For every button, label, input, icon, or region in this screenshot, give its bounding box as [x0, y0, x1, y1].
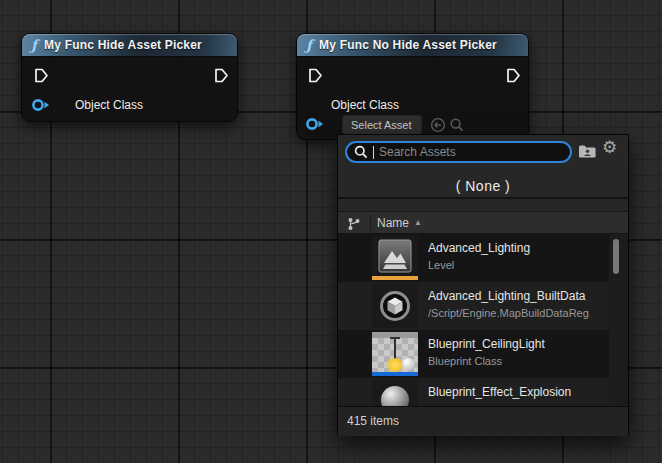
sphere-thumbnail: [372, 380, 418, 406]
blueprint-graph-canvas[interactable]: ƒ My Func Hide Asset Picker Object Class…: [0, 0, 662, 463]
gear-settings-icon[interactable]: ⚙: [602, 139, 617, 156]
object-class-pin-label: Object Class: [75, 98, 143, 112]
asset-picker-footer: 415 items: [338, 406, 628, 436]
level-color-bar: [372, 276, 418, 280]
search-icon: [354, 145, 368, 159]
text-cursor: [373, 146, 374, 159]
exec-output-pin[interactable]: [213, 67, 229, 88]
search-assets-field[interactable]: [345, 141, 572, 163]
search-assets-input[interactable]: [379, 145, 562, 159]
asset-type: /Script/Engine.MapBuildDataReg: [428, 307, 608, 321]
asset-list-header[interactable]: Name ▲: [338, 211, 628, 234]
none-option[interactable]: ( None ): [338, 174, 628, 198]
asset-type: Level: [428, 259, 608, 273]
node-title: My Func No Hide Asset Picker: [319, 38, 497, 52]
select-asset-label: Select Asset: [351, 119, 412, 131]
asset-row-blueprint-effect-explosion[interactable]: Blueprint_Effect_Explosion: [338, 378, 628, 406]
object-class-pin-label: Object Class: [331, 98, 399, 112]
object-class-pin[interactable]: [31, 98, 50, 116]
exec-input-pin[interactable]: [33, 67, 49, 88]
scrollbar-thumb[interactable]: [613, 239, 619, 274]
item-count: 415 items: [347, 407, 399, 436]
function-icon: ƒ: [31, 38, 37, 52]
level-thumbnail: [372, 236, 418, 280]
use-selected-asset-icon[interactable]: [430, 117, 446, 133]
asset-list[interactable]: Advanced_Lighting Level Advanced_Lightin…: [338, 234, 628, 406]
sort-ascending-icon[interactable]: ▲: [414, 212, 422, 234]
revision-control-column-icon[interactable]: [347, 217, 361, 231]
builtdata-thumbnail: [372, 284, 418, 328]
asset-name: Blueprint_Effect_Explosion: [428, 385, 608, 400]
select-asset-dropdown[interactable]: Select Asset: [342, 115, 422, 135]
separator: [338, 197, 628, 199]
asset-name: Advanced_Lighting_BuiltData: [428, 289, 608, 304]
node-my-func-no-hide-asset-picker[interactable]: ƒ My Func No Hide Asset Picker Object Cl…: [296, 33, 529, 140]
node-my-func-hide-asset-picker[interactable]: ƒ My Func Hide Asset Picker Object Class: [21, 33, 238, 122]
asset-type: Blueprint Class: [428, 355, 608, 369]
asset-picker-popup: ⚙ ( None ) Name ▲: [337, 134, 629, 436]
browse-to-asset-icon[interactable]: [449, 117, 465, 133]
asset-row-advanced-lighting[interactable]: Advanced_Lighting Level: [338, 234, 628, 282]
asset-row-blueprint-ceilinglight[interactable]: Blueprint_CeilingLight Blueprint Class: [338, 330, 628, 378]
column-divider: [370, 214, 371, 231]
node-header[interactable]: ƒ My Func No Hide Asset Picker: [297, 34, 528, 57]
exec-input-pin[interactable]: [307, 67, 323, 88]
object-class-pin[interactable]: [305, 117, 324, 135]
function-icon: ƒ: [306, 38, 312, 52]
asset-name: Advanced_Lighting: [428, 241, 608, 256]
asset-name: Blueprint_CeilingLight: [428, 337, 608, 352]
scrollbar-track[interactable]: [609, 234, 628, 406]
node-header[interactable]: ƒ My Func Hide Asset Picker: [22, 34, 237, 57]
asset-row-advanced-lighting-builtdata[interactable]: Advanced_Lighting_BuiltData /Script/Engi…: [338, 282, 628, 330]
node-title: My Func Hide Asset Picker: [44, 38, 202, 52]
blueprint-color-bar: [372, 372, 418, 376]
blueprint-ceilinglight-thumbnail: [372, 332, 418, 376]
exec-output-pin[interactable]: [505, 67, 521, 88]
folder-browser-icon[interactable]: [578, 144, 597, 159]
name-column-header[interactable]: Name: [377, 212, 409, 234]
